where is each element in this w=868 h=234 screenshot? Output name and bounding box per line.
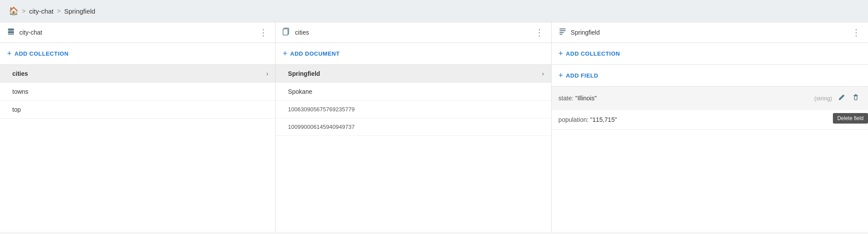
- list-item-springfield[interactable]: Springfield ›: [276, 65, 551, 83]
- list-item-id1-label: 100630905675769235779: [288, 106, 544, 113]
- add-document-col2-button[interactable]: + ADD DOCUMENT: [276, 43, 551, 65]
- col2-title: cities: [295, 29, 530, 36]
- breadcrumb-chevron-1: >: [22, 7, 25, 14]
- field-state-key: state:: [559, 95, 574, 102]
- svg-rect-8: [560, 34, 563, 35]
- svg-rect-6: [560, 30, 566, 31]
- svg-rect-2: [8, 34, 14, 35]
- list-item-id1[interactable]: 100630905675769235779: [276, 101, 551, 118]
- breadcrumb-springfield[interactable]: Springfield: [64, 7, 95, 15]
- col3-header: Springfield ⋮: [552, 22, 868, 43]
- column-database: city-chat ⋮ + ADD COLLECTION cities › to…: [0, 22, 276, 232]
- field-state-actions: [836, 93, 861, 103]
- list-item-id2-label: 100990006145940949737: [288, 124, 544, 130]
- svg-rect-10: [854, 95, 858, 96]
- col3-menu-button[interactable]: ⋮: [852, 28, 861, 37]
- list-item-spokane-label: Spokane: [288, 88, 544, 95]
- svg-rect-1: [8, 31, 14, 33]
- database-icon: [7, 28, 15, 37]
- list-item-towns-label: towns: [12, 88, 268, 95]
- field-state-type: (string): [814, 95, 832, 102]
- field-state-value: "Illinois": [575, 95, 814, 102]
- breadcrumb-chevron-2: >: [57, 7, 61, 14]
- col3-title: Springfield: [571, 29, 847, 36]
- field-population-key: population:: [559, 116, 589, 123]
- list-item-id2[interactable]: 100990006145940949737: [276, 118, 551, 136]
- list-item-top-label: top: [12, 106, 268, 113]
- add-document-col2-label: ADD DOCUMENT: [290, 50, 340, 57]
- add-collection-col1-icon: +: [7, 49, 12, 58]
- collection-icon: [283, 28, 291, 37]
- list-item-springfield-chevron: ›: [542, 70, 544, 77]
- col1-title: city-chat: [19, 29, 255, 36]
- add-collection-col3-icon: +: [559, 49, 563, 58]
- svg-rect-7: [560, 32, 564, 33]
- add-collection-col1-label: ADD COLLECTION: [14, 50, 68, 57]
- svg-rect-5: [560, 28, 566, 29]
- col1-header: city-chat ⋮: [0, 22, 275, 43]
- list-item-top[interactable]: top: [0, 101, 275, 119]
- col2-menu-button[interactable]: ⋮: [535, 28, 544, 37]
- breadcrumb: 🏠 > city-chat > Springfield: [0, 0, 868, 22]
- svg-rect-11: [855, 94, 857, 95]
- field-state-edit-button[interactable]: [836, 93, 847, 103]
- main-columns: city-chat ⋮ + ADD COLLECTION cities › to…: [0, 22, 868, 232]
- field-row-state: state: "Illinois" (string): [552, 87, 868, 110]
- list-item-cities[interactable]: cities ›: [0, 65, 275, 83]
- add-field-col3-button[interactable]: + ADD FIELD: [552, 65, 868, 87]
- column-document: Springfield ⋮ + ADD COLLECTION + ADD FIE…: [552, 22, 868, 232]
- svg-rect-9: [854, 96, 857, 100]
- list-item-cities-label: cities: [12, 70, 266, 77]
- add-field-col3-icon: +: [559, 71, 563, 80]
- col1-menu-button[interactable]: ⋮: [259, 28, 268, 37]
- list-item-spokane[interactable]: Spokane: [276, 83, 551, 101]
- svg-rect-0: [8, 28, 14, 31]
- add-collection-col3-label: ADD COLLECTION: [566, 50, 620, 57]
- home-icon[interactable]: 🏠: [9, 6, 18, 16]
- svg-rect-4: [283, 29, 288, 35]
- field-population-value: "115,715": [590, 116, 861, 123]
- list-item-springfield-label: Springfield: [288, 70, 542, 77]
- field-state-delete-button[interactable]: [850, 93, 861, 103]
- add-document-col2-icon: +: [283, 49, 287, 58]
- add-field-col3-label: ADD FIELD: [566, 72, 599, 79]
- breadcrumb-cities[interactable]: city-chat: [29, 7, 54, 15]
- col2-header: cities ⋮: [276, 22, 551, 43]
- add-collection-col3-button[interactable]: + ADD COLLECTION: [552, 43, 868, 65]
- delete-field-tooltip: Delete field: [833, 113, 868, 124]
- list-item-cities-chevron: ›: [266, 70, 269, 77]
- list-item-towns[interactable]: towns: [0, 83, 275, 101]
- column-collection: cities ⋮ + ADD DOCUMENT Springfield › Sp…: [276, 22, 551, 232]
- document-icon: [559, 28, 567, 37]
- add-collection-col1-button[interactable]: + ADD COLLECTION: [0, 43, 275, 65]
- field-row-population: population: "115,715": [552, 110, 868, 130]
